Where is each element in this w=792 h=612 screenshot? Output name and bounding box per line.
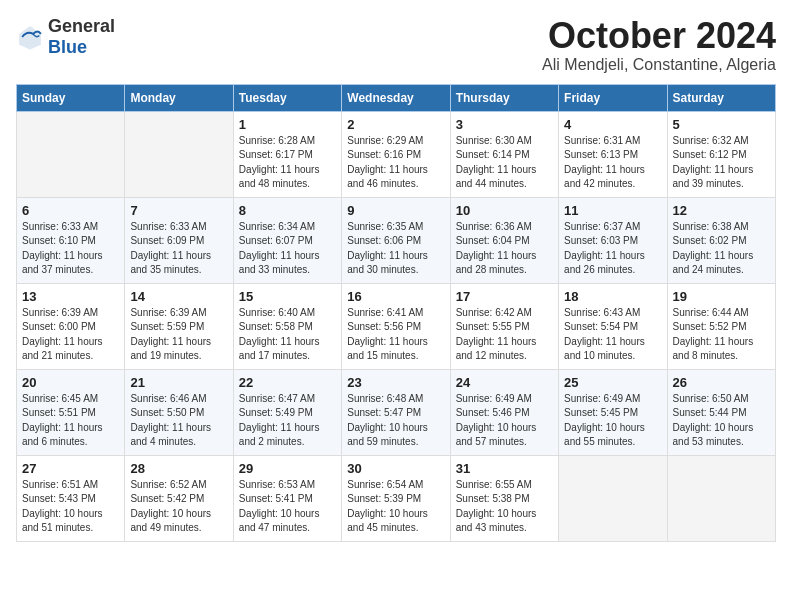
- day-info: Sunrise: 6:44 AMSunset: 5:52 PMDaylight:…: [673, 306, 770, 364]
- day-info: Sunrise: 6:33 AMSunset: 6:09 PMDaylight:…: [130, 220, 227, 278]
- calendar-cell: 9Sunrise: 6:35 AMSunset: 6:06 PMDaylight…: [342, 197, 450, 283]
- day-number: 16: [347, 289, 444, 304]
- calendar-cell: 20Sunrise: 6:45 AMSunset: 5:51 PMDayligh…: [17, 369, 125, 455]
- header-row: SundayMondayTuesdayWednesdayThursdayFrid…: [17, 84, 776, 111]
- day-info: Sunrise: 6:51 AMSunset: 5:43 PMDaylight:…: [22, 478, 119, 536]
- day-number: 1: [239, 117, 336, 132]
- day-number: 30: [347, 461, 444, 476]
- day-info: Sunrise: 6:28 AMSunset: 6:17 PMDaylight:…: [239, 134, 336, 192]
- day-number: 15: [239, 289, 336, 304]
- calendar-cell: 14Sunrise: 6:39 AMSunset: 5:59 PMDayligh…: [125, 283, 233, 369]
- day-number: 11: [564, 203, 661, 218]
- calendar-cell: 19Sunrise: 6:44 AMSunset: 5:52 PMDayligh…: [667, 283, 775, 369]
- column-header-wednesday: Wednesday: [342, 84, 450, 111]
- day-info: Sunrise: 6:46 AMSunset: 5:50 PMDaylight:…: [130, 392, 227, 450]
- day-info: Sunrise: 6:34 AMSunset: 6:07 PMDaylight:…: [239, 220, 336, 278]
- calendar-cell: 29Sunrise: 6:53 AMSunset: 5:41 PMDayligh…: [233, 455, 341, 541]
- day-number: 22: [239, 375, 336, 390]
- week-row-1: 1Sunrise: 6:28 AMSunset: 6:17 PMDaylight…: [17, 111, 776, 197]
- day-number: 21: [130, 375, 227, 390]
- calendar-cell: 21Sunrise: 6:46 AMSunset: 5:50 PMDayligh…: [125, 369, 233, 455]
- calendar-cell: 23Sunrise: 6:48 AMSunset: 5:47 PMDayligh…: [342, 369, 450, 455]
- column-header-friday: Friday: [559, 84, 667, 111]
- calendar-cell: 22Sunrise: 6:47 AMSunset: 5:49 PMDayligh…: [233, 369, 341, 455]
- day-info: Sunrise: 6:33 AMSunset: 6:10 PMDaylight:…: [22, 220, 119, 278]
- day-info: Sunrise: 6:50 AMSunset: 5:44 PMDaylight:…: [673, 392, 770, 450]
- logo-text: General Blue: [48, 16, 115, 58]
- calendar-cell: 18Sunrise: 6:43 AMSunset: 5:54 PMDayligh…: [559, 283, 667, 369]
- calendar-cell: [559, 455, 667, 541]
- day-number: 5: [673, 117, 770, 132]
- day-info: Sunrise: 6:47 AMSunset: 5:49 PMDaylight:…: [239, 392, 336, 450]
- day-info: Sunrise: 6:53 AMSunset: 5:41 PMDaylight:…: [239, 478, 336, 536]
- column-header-thursday: Thursday: [450, 84, 558, 111]
- calendar-cell: 13Sunrise: 6:39 AMSunset: 6:00 PMDayligh…: [17, 283, 125, 369]
- day-info: Sunrise: 6:40 AMSunset: 5:58 PMDaylight:…: [239, 306, 336, 364]
- calendar-cell: 1Sunrise: 6:28 AMSunset: 6:17 PMDaylight…: [233, 111, 341, 197]
- calendar-cell: 28Sunrise: 6:52 AMSunset: 5:42 PMDayligh…: [125, 455, 233, 541]
- day-info: Sunrise: 6:55 AMSunset: 5:38 PMDaylight:…: [456, 478, 553, 536]
- calendar-header: SundayMondayTuesdayWednesdayThursdayFrid…: [17, 84, 776, 111]
- calendar-cell: 15Sunrise: 6:40 AMSunset: 5:58 PMDayligh…: [233, 283, 341, 369]
- month-title: October 2024: [542, 16, 776, 56]
- day-number: 6: [22, 203, 119, 218]
- day-number: 14: [130, 289, 227, 304]
- day-number: 7: [130, 203, 227, 218]
- day-number: 29: [239, 461, 336, 476]
- day-info: Sunrise: 6:45 AMSunset: 5:51 PMDaylight:…: [22, 392, 119, 450]
- column-header-tuesday: Tuesday: [233, 84, 341, 111]
- day-number: 25: [564, 375, 661, 390]
- calendar-cell: [17, 111, 125, 197]
- calendar-cell: 11Sunrise: 6:37 AMSunset: 6:03 PMDayligh…: [559, 197, 667, 283]
- calendar-cell: 30Sunrise: 6:54 AMSunset: 5:39 PMDayligh…: [342, 455, 450, 541]
- calendar-cell: 10Sunrise: 6:36 AMSunset: 6:04 PMDayligh…: [450, 197, 558, 283]
- calendar-cell: 8Sunrise: 6:34 AMSunset: 6:07 PMDaylight…: [233, 197, 341, 283]
- calendar-cell: [667, 455, 775, 541]
- calendar-cell: 6Sunrise: 6:33 AMSunset: 6:10 PMDaylight…: [17, 197, 125, 283]
- day-info: Sunrise: 6:32 AMSunset: 6:12 PMDaylight:…: [673, 134, 770, 192]
- day-number: 8: [239, 203, 336, 218]
- logo: General Blue: [16, 16, 115, 58]
- calendar-cell: 4Sunrise: 6:31 AMSunset: 6:13 PMDaylight…: [559, 111, 667, 197]
- day-info: Sunrise: 6:39 AMSunset: 5:59 PMDaylight:…: [130, 306, 227, 364]
- column-header-monday: Monday: [125, 84, 233, 111]
- day-number: 12: [673, 203, 770, 218]
- logo-icon: [16, 23, 44, 51]
- day-info: Sunrise: 6:39 AMSunset: 6:00 PMDaylight:…: [22, 306, 119, 364]
- day-info: Sunrise: 6:43 AMSunset: 5:54 PMDaylight:…: [564, 306, 661, 364]
- column-header-sunday: Sunday: [17, 84, 125, 111]
- calendar-cell: 31Sunrise: 6:55 AMSunset: 5:38 PMDayligh…: [450, 455, 558, 541]
- day-number: 9: [347, 203, 444, 218]
- calendar-cell: [125, 111, 233, 197]
- day-number: 31: [456, 461, 553, 476]
- day-number: 23: [347, 375, 444, 390]
- week-row-2: 6Sunrise: 6:33 AMSunset: 6:10 PMDaylight…: [17, 197, 776, 283]
- calendar-body: 1Sunrise: 6:28 AMSunset: 6:17 PMDaylight…: [17, 111, 776, 541]
- day-number: 13: [22, 289, 119, 304]
- day-number: 24: [456, 375, 553, 390]
- calendar-table: SundayMondayTuesdayWednesdayThursdayFrid…: [16, 84, 776, 542]
- day-info: Sunrise: 6:41 AMSunset: 5:56 PMDaylight:…: [347, 306, 444, 364]
- location-title: Ali Mendjeli, Constantine, Algeria: [542, 56, 776, 74]
- day-number: 26: [673, 375, 770, 390]
- day-info: Sunrise: 6:52 AMSunset: 5:42 PMDaylight:…: [130, 478, 227, 536]
- title-block: October 2024 Ali Mendjeli, Constantine, …: [542, 16, 776, 74]
- day-number: 18: [564, 289, 661, 304]
- column-header-saturday: Saturday: [667, 84, 775, 111]
- calendar-cell: 24Sunrise: 6:49 AMSunset: 5:46 PMDayligh…: [450, 369, 558, 455]
- day-info: Sunrise: 6:49 AMSunset: 5:45 PMDaylight:…: [564, 392, 661, 450]
- day-number: 19: [673, 289, 770, 304]
- day-number: 4: [564, 117, 661, 132]
- day-number: 20: [22, 375, 119, 390]
- day-info: Sunrise: 6:29 AMSunset: 6:16 PMDaylight:…: [347, 134, 444, 192]
- day-info: Sunrise: 6:48 AMSunset: 5:47 PMDaylight:…: [347, 392, 444, 450]
- calendar-cell: 3Sunrise: 6:30 AMSunset: 6:14 PMDaylight…: [450, 111, 558, 197]
- week-row-4: 20Sunrise: 6:45 AMSunset: 5:51 PMDayligh…: [17, 369, 776, 455]
- day-info: Sunrise: 6:37 AMSunset: 6:03 PMDaylight:…: [564, 220, 661, 278]
- calendar-cell: 27Sunrise: 6:51 AMSunset: 5:43 PMDayligh…: [17, 455, 125, 541]
- calendar-cell: 7Sunrise: 6:33 AMSunset: 6:09 PMDaylight…: [125, 197, 233, 283]
- calendar-cell: 5Sunrise: 6:32 AMSunset: 6:12 PMDaylight…: [667, 111, 775, 197]
- calendar-cell: 26Sunrise: 6:50 AMSunset: 5:44 PMDayligh…: [667, 369, 775, 455]
- day-info: Sunrise: 6:36 AMSunset: 6:04 PMDaylight:…: [456, 220, 553, 278]
- day-number: 3: [456, 117, 553, 132]
